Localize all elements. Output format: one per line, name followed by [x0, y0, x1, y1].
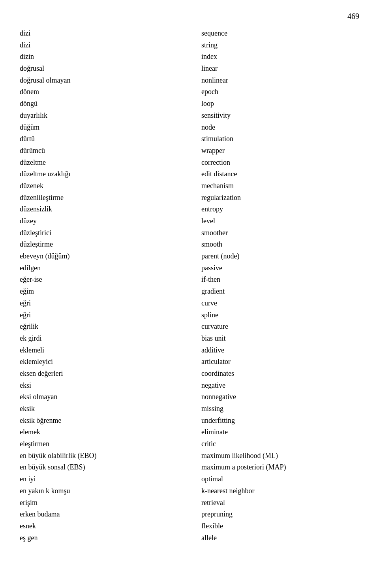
list-item: dizi	[20, 28, 178, 40]
list-item: düzeltme	[20, 157, 178, 169]
list-item: critic	[201, 438, 359, 450]
list-item: eğri	[20, 309, 178, 321]
list-item: düzenek	[20, 180, 178, 192]
right-column: sequencestringindexlinearnonlinearepochl…	[190, 28, 359, 544]
list-item: negative	[201, 380, 359, 392]
list-item: coordinates	[201, 368, 359, 380]
list-item: edit distance	[201, 168, 359, 180]
list-item: eksi olmayan	[20, 391, 178, 403]
list-item: parent (node)	[201, 251, 359, 262]
list-item: curvature	[201, 321, 359, 333]
list-item: nonlinear	[201, 75, 359, 87]
list-item: maximum likelihood (ML)	[201, 450, 359, 462]
list-item: ebeveyn (düğüm)	[20, 251, 178, 262]
list-item: stimulation	[201, 133, 359, 145]
list-item: düğüm	[20, 122, 178, 134]
list-item: missing	[201, 403, 359, 415]
list-item: index	[201, 51, 359, 63]
list-item: prepruning	[201, 509, 359, 520]
list-item: sequence	[201, 28, 359, 40]
list-item: doğrusal	[20, 63, 178, 75]
list-item: correction	[201, 157, 359, 169]
list-item: bias unit	[201, 333, 359, 345]
list-item: düzenlileştirme	[20, 192, 178, 204]
list-item: maximum a posteriori (MAP)	[201, 462, 359, 473]
list-item: düzleştirici	[20, 227, 178, 239]
list-item: duyarlılık	[20, 110, 178, 122]
list-item: articulator	[201, 356, 359, 368]
list-item: regularization	[201, 192, 359, 204]
list-item: en büyük olabilirlik (EBO)	[20, 450, 178, 462]
list-item: dürtü	[20, 133, 178, 145]
list-item: dizi	[20, 40, 178, 51]
list-item: doğrusal olmayan	[20, 75, 178, 87]
list-item: ek girdi	[20, 333, 178, 345]
list-item: dürümcü	[20, 145, 178, 157]
list-item: en iyi	[20, 473, 178, 485]
list-item: erken budama	[20, 509, 178, 520]
list-item: underfitting	[201, 415, 359, 427]
list-item: dönem	[20, 86, 178, 98]
list-item: entropy	[201, 204, 359, 215]
list-item: loop	[201, 98, 359, 110]
list-item: eğim	[20, 286, 178, 298]
list-item: en büyük sonsal (EBS)	[20, 462, 178, 473]
list-item: level	[201, 215, 359, 227]
list-item: gradient	[201, 286, 359, 298]
list-item: en yakın k komşu	[20, 485, 178, 497]
list-item: eklemleyici	[20, 356, 178, 368]
list-item: curve	[201, 298, 359, 309]
left-column: dizidizidizindoğrusaldoğrusal olmayandön…	[20, 28, 190, 544]
list-item: nonnegative	[201, 391, 359, 403]
list-item: smooth	[201, 239, 359, 251]
list-item: eleştirmen	[20, 438, 178, 450]
list-item: node	[201, 122, 359, 134]
list-item: erişim	[20, 497, 178, 509]
list-item: optimal	[201, 473, 359, 485]
list-item: spline	[201, 309, 359, 321]
list-item: epoch	[201, 86, 359, 98]
list-item: eğer-ise	[20, 274, 178, 286]
list-item: eklemeli	[20, 345, 178, 356]
list-item: dizin	[20, 51, 178, 63]
list-item: döngü	[20, 98, 178, 110]
list-item: eksen değerleri	[20, 368, 178, 380]
list-item: mechanism	[201, 180, 359, 192]
list-item: eğrilik	[20, 321, 178, 333]
list-item: düzeltme uzaklığı	[20, 168, 178, 180]
list-item: esnek	[20, 520, 178, 532]
list-item: sensitivity	[201, 110, 359, 122]
list-item: flexible	[201, 520, 359, 532]
list-item: düzleştirme	[20, 239, 178, 251]
list-item: düzensizlik	[20, 204, 178, 215]
list-item: eğri	[20, 298, 178, 309]
list-item: retrieval	[201, 497, 359, 509]
list-item: string	[201, 40, 359, 51]
list-item: eksik	[20, 403, 178, 415]
list-item: if-then	[201, 274, 359, 286]
list-item: allele	[201, 532, 359, 544]
list-item: elemek	[20, 426, 178, 438]
list-item: eş gen	[20, 532, 178, 544]
list-item: smoother	[201, 227, 359, 239]
list-item: edilgen	[20, 262, 178, 274]
list-item: additive	[201, 345, 359, 356]
list-item: eliminate	[201, 426, 359, 438]
list-item: k-nearest neighbor	[201, 485, 359, 497]
list-item: düzey	[20, 215, 178, 227]
list-item: eksik öğrenme	[20, 415, 178, 427]
list-item: wrapper	[201, 145, 359, 157]
list-item: linear	[201, 63, 359, 75]
list-item: eksi	[20, 380, 178, 392]
list-item: passive	[201, 262, 359, 274]
page-number: 469	[347, 12, 359, 21]
